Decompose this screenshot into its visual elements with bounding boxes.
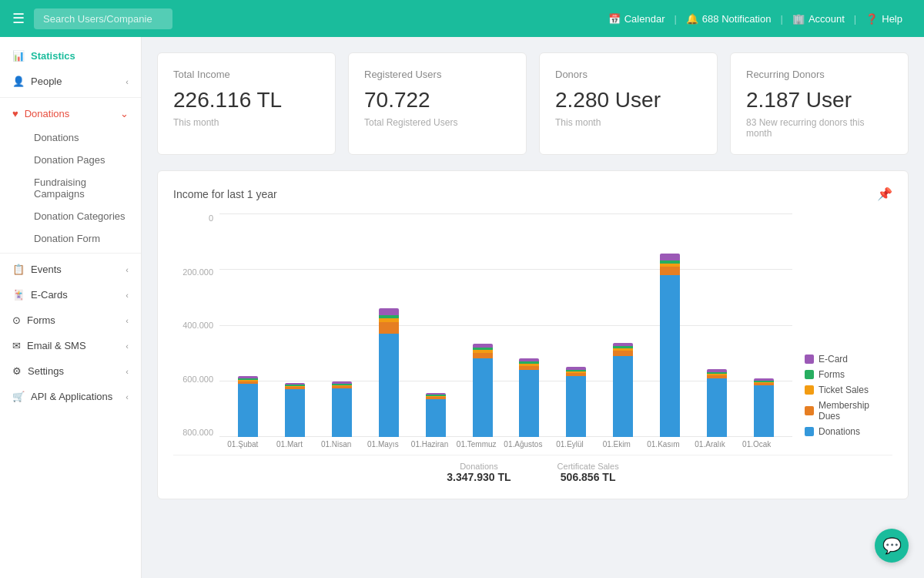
bar-group-11 xyxy=(742,213,786,437)
stat-sub-2: This month xyxy=(555,117,701,128)
x-label-slot-7: 01.Eylül xyxy=(547,440,594,449)
chart-header: Income for last 1 year 📌 xyxy=(173,187,892,201)
legend-ecard: E-Card xyxy=(805,354,892,365)
chart-footer: Donations 3.347.930 TL Certificate Sales… xyxy=(173,455,892,483)
heart-icon: ♥ xyxy=(12,108,18,119)
legend-membership: Membership Dues xyxy=(805,400,892,422)
bar-group-9 xyxy=(648,213,692,437)
people-icon: 👤 xyxy=(12,76,25,87)
hamburger-icon[interactable]: ☰ xyxy=(12,10,25,27)
sidebar-sub-fundraising[interactable]: Fundraising Campaigns xyxy=(0,171,141,205)
x-label-slot-4: 01.Haziran xyxy=(407,440,454,449)
chart-body xyxy=(219,213,792,437)
email-icon: ✉ xyxy=(12,340,21,351)
bar-stack-8 xyxy=(613,343,633,437)
bar-group-1 xyxy=(273,213,317,437)
x-label-slot-2: 01.Nisan xyxy=(313,440,360,449)
stat-title-1: Registered Users xyxy=(364,69,511,80)
legend-forms: Forms xyxy=(805,369,892,380)
sidebar-sub-donation-categories[interactable]: Donation Categories xyxy=(0,205,141,227)
stat-sub-0: This month xyxy=(173,117,320,128)
chevron-right-icon-7: ‹ xyxy=(126,392,129,402)
calendar-button[interactable]: 📅 Calendar xyxy=(599,13,675,25)
bar-stack-5 xyxy=(473,344,493,437)
bell-icon: 🔔 xyxy=(686,13,698,25)
sidebar-item-ecards[interactable]: 🃏 E-Cards ‹ xyxy=(0,282,141,307)
sidebar-item-people[interactable]: 👤 People ‹ xyxy=(0,69,141,94)
chevron-right-icon-2: ‹ xyxy=(126,265,129,274)
bar-stack-6 xyxy=(519,358,539,437)
bar-group-4 xyxy=(413,213,458,437)
legend-ticket: Ticket Sales xyxy=(805,385,892,395)
chevron-right-icon-4: ‹ xyxy=(126,316,129,325)
stat-sub-3: 83 New recurring donors this month xyxy=(746,117,892,139)
legend-dot-ticket xyxy=(805,385,814,395)
footer-label-1: Certificate Sales xyxy=(557,462,619,471)
stat-card-donors: Donors 2.280 User This month xyxy=(539,52,718,155)
search-input[interactable] xyxy=(34,8,172,29)
bar-stack-9 xyxy=(660,254,680,437)
sidebar-sub-donation-form[interactable]: Donation Form xyxy=(0,227,141,250)
stat-value-1: 70.722 xyxy=(364,88,511,113)
bar-group-2 xyxy=(320,213,364,437)
x-label-slot-6: 01.Ağustos xyxy=(500,440,547,449)
notification-button[interactable]: 🔔 688 Notification xyxy=(677,13,781,25)
help-button[interactable]: ❓ Help xyxy=(856,13,912,25)
chevron-right-icon: ‹ xyxy=(126,77,129,86)
legend-dot-membership xyxy=(805,406,814,415)
chat-icon: 💬 xyxy=(882,536,902,555)
sidebar-item-api[interactable]: 🛒 API & Applications ‹ xyxy=(0,384,141,409)
stat-title-3: Recurring Donors xyxy=(746,69,892,80)
sidebar-item-statistics[interactable]: 📊 Statistics xyxy=(0,43,141,69)
bar-stack-11 xyxy=(754,378,774,437)
forms-icon: ⊙ xyxy=(12,314,21,326)
stat-title-2: Donors xyxy=(555,69,701,80)
top-navigation: ☰ 📅 Calendar | 🔔 688 Notification | 🏢 Ac… xyxy=(0,0,924,37)
chevron-down-icon: ⌄ xyxy=(120,108,129,119)
footer-label-0: Donations xyxy=(447,462,511,471)
chart-legend: E-Card Forms Ticket Sales Membershi xyxy=(792,354,892,437)
chevron-right-icon-3: ‹ xyxy=(126,291,129,300)
sidebar-group-donations[interactable]: ♥ Donations ⌄ xyxy=(0,101,141,126)
ecards-icon: 🃏 xyxy=(12,289,25,301)
sidebar-item-email-sms[interactable]: ✉ Email & SMS ‹ xyxy=(0,333,141,358)
sidebar-item-settings[interactable]: ⚙ Settings ‹ xyxy=(0,358,141,384)
bar-group-8 xyxy=(601,213,645,437)
bar-stack-4 xyxy=(426,393,446,437)
api-icon: 🛒 xyxy=(12,391,25,402)
sidebar-sub-donation-pages[interactable]: Donation Pages xyxy=(0,149,141,171)
y-axis: 800.000 600.000 400.000 200.000 0 xyxy=(173,213,219,437)
sidebar-item-events[interactable]: 📋 Events ‹ xyxy=(0,257,141,282)
account-icon: 🏢 xyxy=(792,13,805,25)
bar-stack-10 xyxy=(707,369,727,437)
events-icon: 📋 xyxy=(12,264,25,275)
x-label-slot-8: 01.Ekim xyxy=(593,440,640,449)
bar-stack-7 xyxy=(566,367,586,437)
stat-card-registered-users: Registered Users 70.722 Total Registered… xyxy=(348,52,527,155)
chart-title: Income for last 1 year xyxy=(173,188,277,200)
legend-dot-ecard xyxy=(805,355,814,364)
sidebar-item-forms[interactable]: ⊙ Forms ‹ xyxy=(0,307,141,333)
footer-value-0: 3.347.930 TL xyxy=(447,471,511,483)
stat-value-0: 226.116 TL xyxy=(173,88,320,113)
bar-group-3 xyxy=(367,213,411,437)
account-button[interactable]: 🏢 Account xyxy=(783,13,854,25)
stat-card-total-income: Total Income 226.116 TL This month xyxy=(157,52,336,155)
stat-value-3: 2.187 User xyxy=(746,88,892,113)
sidebar-divider-1 xyxy=(0,97,141,98)
chat-bubble[interactable]: 💬 xyxy=(875,529,909,563)
bar-group-10 xyxy=(695,213,739,437)
x-label-slot-0: 01.Şubat xyxy=(219,440,266,449)
footer-cert-sales: Certificate Sales 506.856 TL xyxy=(557,462,619,483)
sidebar-divider-2 xyxy=(0,253,141,254)
footer-value-1: 506.856 TL xyxy=(557,471,619,483)
x-label-slot-5: 01.Temmuz xyxy=(453,440,500,449)
x-labels-row: 01.Şubat01.Mart01.Nisan01.Mayıs01.Hazira… xyxy=(219,440,780,449)
main-content: Total Income 226.116 TL This month Regis… xyxy=(142,37,924,578)
legend-dot-forms xyxy=(805,370,814,379)
chart-wrapper: 800.000 600.000 400.000 200.000 0 xyxy=(173,213,892,483)
sidebar-sub-donations[interactable]: Donations xyxy=(0,126,141,149)
x-label-slot-10: 01.Aralık xyxy=(687,440,734,449)
stat-title-0: Total Income xyxy=(173,69,320,80)
pin-icon[interactable]: 📌 xyxy=(877,187,892,201)
